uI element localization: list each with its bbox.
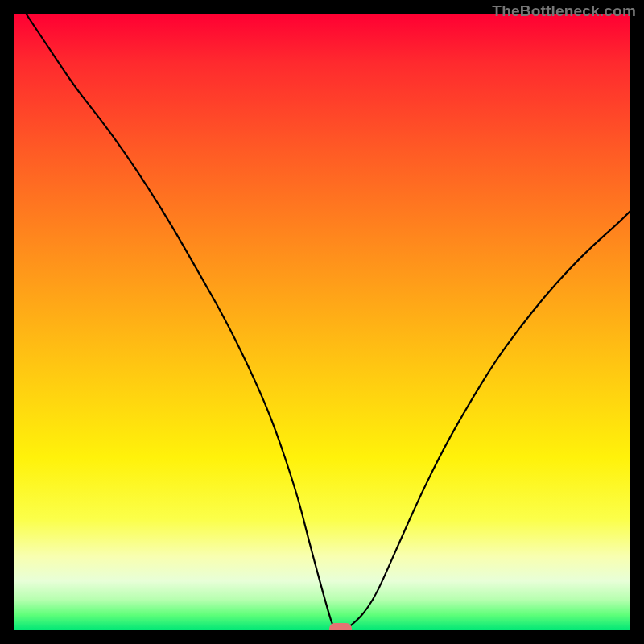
optimal-marker [329, 623, 352, 630]
bottleneck-curve [14, 14, 630, 630]
chart-container: TheBottleneck.com [0, 0, 644, 644]
plot-area [14, 14, 630, 630]
watermark-text: TheBottleneck.com [492, 2, 636, 20]
